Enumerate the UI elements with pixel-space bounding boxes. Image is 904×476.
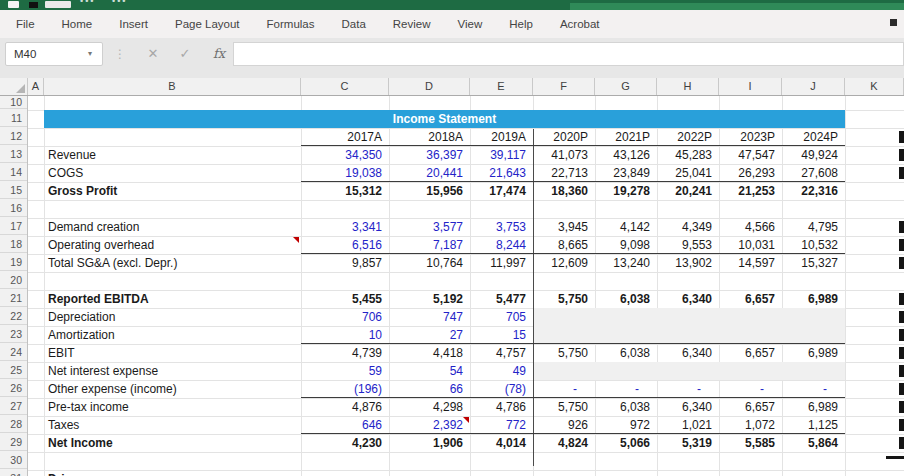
cell-J26[interactable]: -	[782, 380, 827, 398]
cell-D18[interactable]: 7,187	[389, 236, 463, 254]
cell-G21[interactable]: 6,038	[595, 290, 650, 308]
cell-B27-label[interactable]: Pre-tax income	[48, 398, 298, 416]
column-header-H[interactable]: H	[657, 78, 719, 95]
cell-J21[interactable]: 6,989	[782, 290, 838, 308]
formula-input[interactable]	[233, 42, 904, 66]
column-header-F[interactable]: F	[533, 78, 595, 95]
cell-H21[interactable]: 6,340	[657, 290, 712, 308]
cell-D14[interactable]: 20,441	[389, 164, 463, 182]
cell-H29[interactable]: 5,319	[657, 434, 712, 452]
row-header-19[interactable]: 19	[0, 254, 27, 271]
cell-D17[interactable]: 3,577	[389, 218, 463, 236]
cell-B31-label[interactable]: Drivers	[48, 470, 298, 476]
row-header-10[interactable]: 10	[0, 96, 27, 109]
cell-C27[interactable]: 4,876	[301, 398, 382, 416]
row-header-20[interactable]: 20	[0, 272, 27, 289]
row-header-17[interactable]: 17	[0, 218, 27, 235]
shaded-cells-row-25[interactable]	[534, 362, 845, 380]
cell-C17[interactable]: 3,341	[301, 218, 382, 236]
cell-G27[interactable]: 6,038	[595, 398, 650, 416]
cell-E26[interactable]: (78)	[470, 380, 526, 398]
row-header-16[interactable]: 16	[0, 200, 27, 217]
cell-E17[interactable]: 3,753	[470, 218, 526, 236]
cell-I29[interactable]: 5,585	[719, 434, 775, 452]
column-header-G[interactable]: G	[595, 78, 657, 95]
cell-G28[interactable]: 972	[595, 416, 650, 434]
column-header-D[interactable]: D	[389, 78, 470, 95]
column-header-B[interactable]: B	[44, 78, 301, 95]
cell-H28[interactable]: 1,021	[657, 416, 712, 434]
cell-H15[interactable]: 20,241	[657, 182, 712, 200]
shaded-cells-row-23[interactable]	[534, 326, 845, 344]
cell-J17[interactable]: 4,795	[782, 218, 838, 236]
cell-I15[interactable]: 21,253	[719, 182, 775, 200]
cell-C28[interactable]: 646	[301, 416, 382, 434]
row-header-31[interactable]: 31	[0, 470, 27, 476]
cell-E13[interactable]: 39,117	[470, 146, 526, 164]
insert-function-icon[interactable]: fx	[206, 42, 232, 66]
cell-C19[interactable]: 9,857	[301, 254, 382, 272]
cell-F18[interactable]: 8,665	[533, 236, 588, 254]
cell-J27[interactable]: 6,989	[782, 398, 838, 416]
cell-E27[interactable]: 4,786	[470, 398, 526, 416]
column-header-E[interactable]: E	[470, 78, 533, 95]
cell-D29[interactable]: 1,906	[389, 434, 463, 452]
cell-F24[interactable]: 5,750	[533, 344, 588, 362]
cell-F21[interactable]: 5,750	[533, 290, 588, 308]
cell-E12[interactable]: 2019A	[470, 128, 526, 146]
cell-D19[interactable]: 10,764	[389, 254, 463, 272]
cell-D15[interactable]: 15,956	[389, 182, 463, 200]
cell-D23[interactable]: 27	[389, 326, 463, 344]
cell-C24[interactable]: 4,739	[301, 344, 382, 362]
cell-F26[interactable]: -	[533, 380, 577, 398]
ribbon-tab-acrobat[interactable]: Acrobat	[560, 18, 600, 30]
cell-I28[interactable]: 1,072	[719, 416, 775, 434]
cell-G19[interactable]: 13,240	[595, 254, 650, 272]
cell-H27[interactable]: 6,340	[657, 398, 712, 416]
cell-E29[interactable]: 4,014	[470, 434, 526, 452]
cell-I17[interactable]: 4,566	[719, 218, 775, 236]
cell-F12[interactable]: 2020P	[533, 128, 588, 146]
cell-F13[interactable]: 41,073	[533, 146, 588, 164]
enter-icon[interactable]: ✓	[172, 42, 198, 66]
column-header-J[interactable]: J	[782, 78, 845, 95]
cell-C13[interactable]: 34,350	[301, 146, 382, 164]
row-header-22[interactable]: 22	[0, 308, 27, 325]
ribbon-tab-review[interactable]: Review	[393, 18, 431, 30]
cell-B28-label[interactable]: Taxes	[48, 416, 298, 434]
cell-J19[interactable]: 15,327	[782, 254, 838, 272]
cell-D22[interactable]: 747	[389, 308, 463, 326]
cell-F19[interactable]: 12,609	[533, 254, 588, 272]
ribbon-tab-page-layout[interactable]: Page Layout	[175, 18, 240, 30]
cell-G15[interactable]: 19,278	[595, 182, 650, 200]
cell-E14[interactable]: 21,643	[470, 164, 526, 182]
cell-C25[interactable]: 59	[301, 362, 382, 380]
cell-banner-income-statement[interactable]: Income Statement	[44, 110, 845, 128]
cell-G18[interactable]: 9,098	[595, 236, 650, 254]
row-header-13[interactable]: 13	[0, 146, 27, 163]
cell-J24[interactable]: 6,989	[782, 344, 838, 362]
cell-G17[interactable]: 4,142	[595, 218, 650, 236]
row-header-18[interactable]: 18	[0, 236, 27, 253]
row-header-30[interactable]: 30	[0, 452, 27, 469]
cell-B24-label[interactable]: EBIT	[48, 344, 298, 362]
cell-I18[interactable]: 10,031	[719, 236, 775, 254]
cell-D24[interactable]: 4,418	[389, 344, 463, 362]
cell-B25-label[interactable]: Net interest expense	[48, 362, 298, 380]
cell-G12[interactable]: 2021P	[595, 128, 650, 146]
cell-H14[interactable]: 25,041	[657, 164, 712, 182]
quick-access-button[interactable]	[45, 1, 71, 8]
cell-F17[interactable]: 3,945	[533, 218, 588, 236]
cell-C23[interactable]: 10	[301, 326, 382, 344]
cell-D12[interactable]: 2018A	[389, 128, 463, 146]
cell-C15[interactable]: 15,312	[301, 182, 382, 200]
row-header-26[interactable]: 26	[0, 380, 27, 397]
cell-E15[interactable]: 17,474	[470, 182, 526, 200]
cell-B14-label[interactable]: COGS	[48, 164, 298, 182]
row-header-28[interactable]: 28	[0, 416, 27, 433]
cell-D27[interactable]: 4,298	[389, 398, 463, 416]
cell-D26[interactable]: 66	[389, 380, 463, 398]
row-header-15[interactable]: 15	[0, 182, 27, 199]
cell-I14[interactable]: 26,293	[719, 164, 775, 182]
column-header-A[interactable]: A	[28, 78, 44, 95]
